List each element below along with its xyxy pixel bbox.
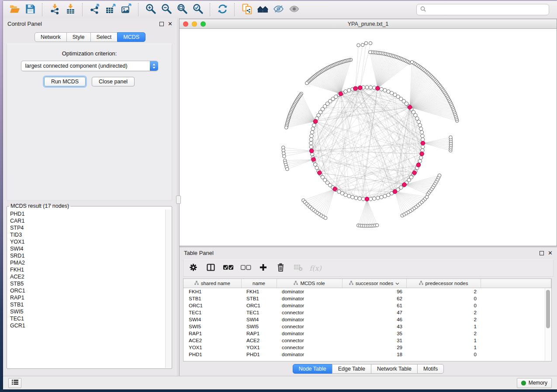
select-all-rows-button[interactable]: [221, 261, 235, 275]
optimization-criterion-select[interactable]: largest connected component (undirected): [21, 61, 158, 71]
table-row[interactable]: FKH1FKH1dominator962: [183, 288, 551, 296]
column-header-name[interactable]: name: [241, 279, 277, 288]
table-row[interactable]: ACE2ACE2connector311: [183, 337, 551, 344]
toggle-columns-button[interactable]: [204, 261, 218, 275]
import-table-icon: [65, 3, 76, 16]
table-row[interactable]: PHD1PHD1dominator180: [183, 351, 551, 358]
mcds-node-item[interactable]: STP4: [10, 224, 171, 231]
float-table-panel-icon[interactable]: [540, 251, 544, 255]
mcds-node-item[interactable]: ACE2: [10, 273, 171, 280]
column-header-MCDS-role[interactable]: MCDS role: [277, 279, 342, 288]
mcds-node-item[interactable]: SRD1: [10, 252, 171, 259]
splitter-handle[interactable]: [176, 196, 181, 204]
close-window-icon[interactable]: [183, 21, 188, 27]
table-scrollbar[interactable]: [545, 288, 551, 361]
main-toolbar: [3, 1, 557, 19]
deselect-all-rows-button[interactable]: [239, 261, 253, 275]
tab-network-table[interactable]: Network Table: [371, 364, 418, 374]
column-header-successor-nodes[interactable]: successor nodes: [342, 279, 406, 288]
table-scrollbar-thumb[interactable]: [546, 290, 550, 328]
minimize-window-icon[interactable]: [192, 21, 197, 27]
tab-style[interactable]: Style: [66, 32, 91, 42]
mcds-node-item[interactable]: STB1: [10, 301, 171, 308]
tab-edge-table[interactable]: Edge Table: [332, 364, 371, 374]
console-button[interactable]: [8, 378, 21, 388]
table-row[interactable]: SWI5SWI5connector431: [183, 323, 551, 330]
shared-column-icon: [349, 281, 353, 286]
column-header-predecessor-nodes[interactable]: predecessor nodes: [406, 279, 481, 288]
zoom-fit-button[interactable]: [174, 3, 190, 17]
zoom-selected-button[interactable]: [190, 3, 206, 17]
close-panel-button[interactable]: Close panel: [92, 77, 135, 86]
mcds-node-item[interactable]: FKH1: [10, 266, 171, 273]
function-builder-button: f(x): [308, 261, 322, 275]
mcds-node-item[interactable]: RAP1: [10, 294, 171, 301]
mcds-node-item[interactable]: PHD1: [10, 210, 171, 217]
tab-select[interactable]: Select: [90, 32, 118, 42]
table-row[interactable]: YOX1YOX1connector291: [183, 344, 551, 351]
mcds-list-scrollbar[interactable]: [165, 210, 171, 368]
zoom-in-button[interactable]: [143, 3, 159, 17]
save-session-button[interactable]: [22, 3, 38, 17]
clone-network-button[interactable]: [239, 3, 255, 17]
network-window-titlebar: YPA_prune.txt_1: [180, 19, 557, 29]
tab-network[interactable]: Network: [35, 32, 67, 42]
node-table-container: shared namenameMCDS rolesuccessor nodesp…: [183, 279, 552, 361]
tab-motifs[interactable]: Motifs: [417, 364, 444, 374]
mcds-node-item[interactable]: SWI5: [10, 308, 171, 315]
mcds-node-item[interactable]: TEC1: [10, 315, 171, 322]
hide-selected-button[interactable]: [270, 3, 286, 17]
open-file-button[interactable]: [7, 3, 22, 17]
control-panel-header: Control Panel ✕: [3, 18, 177, 29]
mcds-node-item[interactable]: ORC1: [10, 287, 171, 294]
first-neighbors-button[interactable]: [255, 3, 270, 17]
column-header-shared-name[interactable]: shared name: [183, 279, 241, 288]
import-table-button[interactable]: [62, 3, 78, 17]
search-input[interactable]: [429, 6, 545, 13]
refresh-layout-button[interactable]: [214, 3, 230, 17]
run-mcds-button[interactable]: Run MCDS: [44, 77, 86, 86]
export-network-button[interactable]: [87, 3, 103, 17]
column-header-filler: [481, 279, 551, 288]
export-table-button[interactable]: [103, 3, 118, 17]
mcds-node-item[interactable]: SWI4: [10, 245, 171, 252]
search-icon: [420, 6, 429, 14]
mcds-node-item[interactable]: CAR1: [10, 217, 171, 224]
zoom-out-button[interactable]: [159, 3, 174, 17]
close-panel-icon[interactable]: ✕: [168, 21, 173, 27]
optimization-criterion-label: Optimization criterion:: [7, 50, 172, 57]
float-panel-icon[interactable]: [159, 22, 164, 26]
tab-node-table[interactable]: Node Table: [293, 364, 332, 374]
refresh-layout-icon: [217, 3, 228, 16]
show-all-button[interactable]: [286, 3, 302, 17]
mcds-node-item[interactable]: TID3: [10, 231, 171, 238]
mcds-node-item[interactable]: YOX1: [10, 238, 171, 245]
close-table-panel-icon[interactable]: ✕: [548, 250, 553, 256]
main-area: Control Panel ✕ NetworkStyleSelectMCDS O…: [3, 18, 557, 376]
table-row[interactable]: TEC1TEC1connector472: [183, 309, 551, 316]
table-row[interactable]: RAP1RAP1dominator352: [183, 330, 551, 337]
mcds-node-item[interactable]: PMA2: [10, 259, 171, 266]
table-row[interactable]: SWI4SWI4dominator462: [183, 316, 551, 323]
add-column-button[interactable]: [256, 261, 270, 275]
right-column: YPA_prune.txt_1 Table Panel ✕ f(x) shar: [180, 18, 557, 376]
table-row[interactable]: ORC1ORC1dominator610: [183, 302, 551, 309]
column-settings-button[interactable]: [186, 261, 200, 275]
import-network-button[interactable]: [47, 3, 62, 17]
mcds-panel: Optimization criterion: largest connecte…: [7, 44, 172, 201]
export-image-button[interactable]: [118, 3, 134, 17]
network-canvas[interactable]: [180, 29, 557, 245]
shared-column-icon: [294, 281, 298, 286]
mcds-result-list[interactable]: PHD1CAR1STP4TID3YOX1SWI4SRD1PMA2FKH1ACE2…: [7, 210, 171, 368]
tab-mcds[interactable]: MCDS: [117, 32, 145, 42]
maximize-window-icon[interactable]: [201, 21, 206, 27]
mcds-node-item[interactable]: GCR1: [10, 322, 171, 329]
memory-status-icon: [521, 381, 526, 385]
mcds-node-item[interactable]: STB5: [10, 280, 171, 287]
node-table: shared namenameMCDS rolesuccessor nodesp…: [183, 279, 551, 358]
sort-menu-icon[interactable]: [395, 281, 399, 286]
memory-button[interactable]: Memory: [517, 378, 552, 388]
delete-column-button[interactable]: [273, 261, 287, 275]
table-row[interactable]: STB1STB1dominator620: [183, 295, 551, 302]
control-panel-tabs: NetworkStyleSelectMCDS: [3, 32, 177, 42]
